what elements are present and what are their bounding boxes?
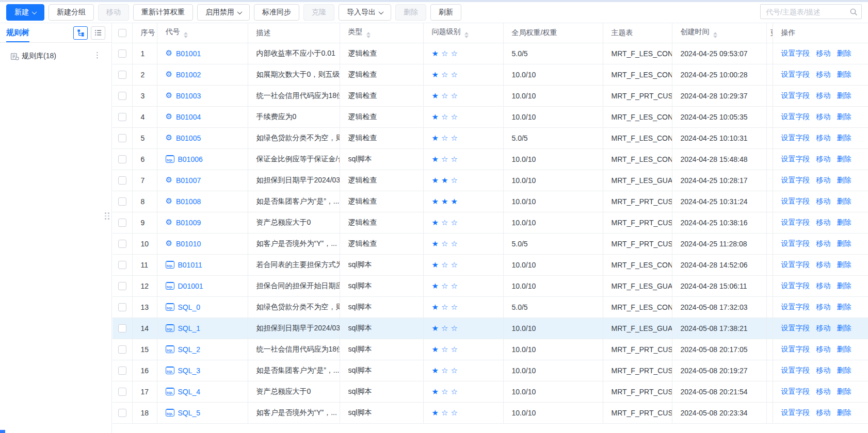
row-checkbox[interactable] [118, 409, 126, 417]
new-button[interactable]: 新建 [6, 4, 44, 21]
row-checkbox[interactable] [118, 49, 126, 58]
table-row[interactable]: 4⚙B01004手续费应为0逻辑检查★☆☆10.0/10MRT_F_LES_CO… [112, 106, 868, 127]
delete-link[interactable]: 删除 [837, 260, 851, 269]
table-row[interactable]: 15SQLSQL_2统一社会信用代码应为18位sql脚本★☆☆10.0/10MR… [112, 339, 868, 360]
move-link[interactable]: 移动 [816, 218, 831, 226]
select-all-checkbox[interactable] [118, 29, 126, 37]
rule-code-link[interactable]: SQL_3 [178, 367, 201, 375]
rule-code-link[interactable]: SQL_1 [178, 324, 201, 332]
move-link[interactable]: 移动 [816, 49, 831, 57]
set-fields-link[interactable]: 设置字段 [781, 408, 810, 417]
delete-link[interactable]: 删除 [837, 281, 851, 290]
row-checkbox[interactable] [118, 176, 126, 185]
set-fields-link[interactable]: 设置字段 [781, 176, 810, 184]
set-fields-link[interactable]: 设置字段 [781, 91, 810, 99]
standard-sync-button[interactable]: 标准同步 [254, 4, 299, 21]
table-row[interactable]: 9⚙B01009资产总额应大于0逻辑检查★☆☆10.0/10MRT_F_PRT_… [112, 212, 868, 233]
table-row[interactable]: 2⚙B01002如展期次数大于0，则五级...逻辑检查★☆☆10.0/10MRT… [112, 64, 868, 85]
item-menu-icon[interactable]: ⋮ [93, 51, 101, 60]
set-fields-link[interactable]: 设置字段 [781, 366, 810, 374]
rule-code-link[interactable]: B01001 [176, 49, 201, 58]
move-link[interactable]: 移动 [816, 345, 831, 353]
new-group-button[interactable]: 新建分组 [49, 4, 94, 21]
set-fields-link[interactable]: 设置字段 [781, 134, 810, 142]
delete-link[interactable]: 删除 [837, 91, 851, 99]
move-link[interactable]: 移动 [816, 155, 831, 163]
move-link[interactable]: 移动 [816, 197, 831, 205]
move-link[interactable]: 移动 [816, 134, 831, 142]
table-row[interactable]: 16SQLSQL_3如是否集团客户为“是”，...sql脚本★☆☆10.0/10… [112, 360, 868, 381]
rule-code-link[interactable]: SQL_4 [178, 388, 201, 396]
row-checkbox[interactable] [118, 282, 126, 290]
set-fields-link[interactable]: 设置字段 [781, 260, 810, 269]
delete-link[interactable]: 删除 [837, 49, 851, 57]
move-link[interactable]: 移动 [816, 91, 831, 99]
move-link[interactable]: 移动 [816, 239, 831, 247]
table-row[interactable]: 10⚙B01010如客户是否境外为“Y”，...逻辑检查★☆☆5.0/5MRT_… [112, 233, 868, 254]
row-checkbox[interactable] [118, 71, 126, 79]
rule-code-link[interactable]: B01006 [178, 155, 203, 163]
move-link[interactable]: 移动 [816, 408, 831, 417]
delete-link[interactable]: 删除 [837, 366, 851, 374]
table-row[interactable]: 12SQLD01001担保合同的担保开始日期应...sql脚本★☆☆10.0/1… [112, 275, 868, 296]
set-fields-link[interactable]: 设置字段 [781, 155, 810, 163]
sidebar-resize-handle[interactable] [105, 212, 109, 220]
row-checkbox[interactable] [118, 219, 126, 227]
table-row[interactable]: 14SQLSQL_1如担保到日期早于2024/03/...sql脚本★☆☆10.… [112, 318, 868, 339]
tab-rule-tree[interactable]: 规则树 [6, 23, 29, 42]
delete-link[interactable]: 删除 [837, 303, 851, 311]
row-checkbox[interactable] [118, 324, 126, 332]
rule-code-link[interactable]: B01007 [176, 176, 201, 185]
set-fields-link[interactable]: 设置字段 [781, 281, 810, 290]
set-fields-link[interactable]: 设置字段 [781, 70, 810, 78]
delete-link[interactable]: 删除 [837, 218, 851, 226]
set-fields-link[interactable]: 设置字段 [781, 387, 810, 395]
row-checkbox[interactable] [118, 388, 126, 396]
sidebar-item-rule-library[interactable]: 规则库(18) ⋮ [0, 49, 111, 63]
col-created[interactable]: 创建时间 [672, 23, 766, 43]
delete-link[interactable]: 删除 [837, 134, 851, 142]
set-fields-link[interactable]: 设置字段 [781, 239, 810, 247]
table-row[interactable]: 7⚙B01007如担保到日期早于2024/03/...逻辑检查★★☆10.0/1… [112, 170, 868, 191]
set-fields-link[interactable]: 设置字段 [781, 112, 810, 121]
delete-link[interactable]: 删除 [837, 239, 851, 247]
table-row[interactable]: 1⚙B01001内部收益率不应小于0.01逻辑检查★☆☆5.0/5MRT_F_L… [112, 43, 868, 64]
move-link[interactable]: 移动 [816, 260, 831, 269]
set-fields-link[interactable]: 设置字段 [781, 324, 810, 332]
rule-code-link[interactable]: B01008 [176, 197, 201, 206]
delete-link[interactable]: 删除 [837, 70, 851, 78]
rule-code-link[interactable]: SQL_0 [178, 303, 201, 311]
row-checkbox[interactable] [118, 240, 126, 248]
move-link[interactable]: 移动 [816, 303, 831, 311]
rule-code-link[interactable]: B01005 [176, 134, 201, 142]
rule-code-link[interactable]: B01009 [176, 219, 201, 227]
delete-link[interactable]: 删除 [837, 387, 851, 395]
delete-link[interactable]: 删除 [837, 197, 851, 205]
move-link[interactable]: 移动 [816, 112, 831, 121]
table-row[interactable]: 13SQLSQL_0如绿色贷款分类不为空，则...sql脚本★☆☆5.0/5MR… [112, 296, 868, 318]
move-link[interactable]: 移动 [816, 387, 831, 395]
delete-link[interactable]: 删除 [837, 176, 851, 184]
set-fields-link[interactable]: 设置字段 [781, 345, 810, 353]
rule-code-link[interactable]: B01010 [176, 240, 201, 248]
rule-code-link[interactable]: B01011 [178, 261, 202, 269]
move-link[interactable]: 移动 [816, 176, 831, 184]
row-checkbox[interactable] [118, 134, 126, 142]
rule-code-link[interactable]: SQL_5 [178, 409, 201, 417]
delete-link[interactable]: 删除 [837, 112, 851, 121]
enable-disable-button[interactable]: 启用禁用 [197, 4, 250, 21]
row-checkbox[interactable] [118, 303, 126, 311]
move-link[interactable]: 移动 [816, 281, 831, 290]
table-row[interactable]: 3⚙B01003统一社会信用代码应为18位逻辑检查★☆☆10.0/10MRT_F… [112, 85, 868, 106]
col-code[interactable]: 代号 [157, 23, 248, 43]
col-level[interactable]: 问题级别 [423, 23, 503, 43]
row-checkbox[interactable] [118, 92, 126, 100]
table-row[interactable]: 5⚙B01005如绿色贷款分类不为空，则...逻辑检查★☆☆5.0/5MRT_F… [112, 127, 868, 148]
delete-link[interactable]: 删除 [837, 155, 851, 163]
rule-code-link[interactable]: B01004 [176, 113, 201, 121]
set-fields-link[interactable]: 设置字段 [781, 197, 810, 205]
set-fields-link[interactable]: 设置字段 [781, 49, 810, 57]
col-type[interactable]: 类型 [340, 23, 423, 43]
row-checkbox[interactable] [118, 113, 126, 121]
recalculate-weight-button[interactable]: 重新计算权重 [133, 4, 193, 21]
